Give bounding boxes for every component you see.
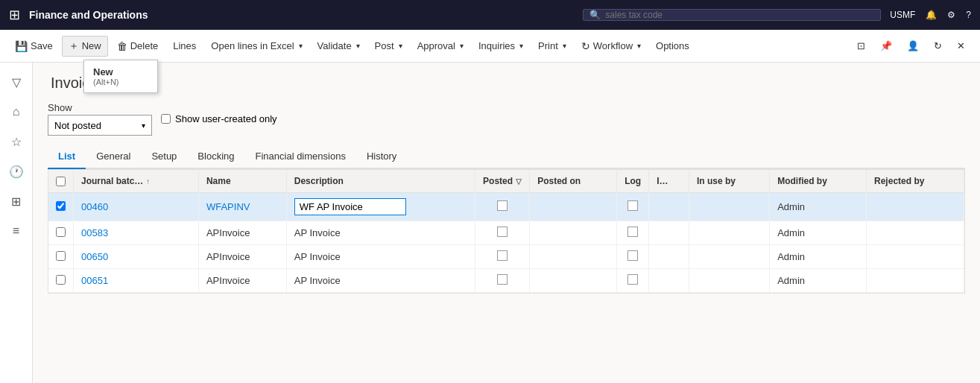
row3-i xyxy=(649,245,689,269)
tab-financial-dimensions[interactable]: Financial dimensions xyxy=(245,145,356,169)
sidebar-home-icon[interactable]: ⌂ xyxy=(3,98,30,125)
row2-posted-on xyxy=(530,221,617,245)
row2-i xyxy=(649,221,689,245)
select-all-checkbox[interactable] xyxy=(56,177,66,186)
show-user-created-checkbox[interactable] xyxy=(161,114,171,124)
approval-button[interactable]: Approval xyxy=(411,37,470,54)
row4-checkbox[interactable] xyxy=(56,275,66,285)
tab-general[interactable]: General xyxy=(86,145,141,169)
row4-name: APInvoice xyxy=(198,269,286,293)
row3-journal-batch[interactable]: 00650 xyxy=(74,245,199,269)
show-select-chevron: ▾ xyxy=(142,121,145,130)
row1-posted-checkbox[interactable] xyxy=(497,200,508,211)
post-button[interactable]: Post xyxy=(369,37,408,54)
tooltip-shortcut: (Alt+N) xyxy=(93,77,148,86)
row3-posted xyxy=(475,245,530,269)
row1-log-checkbox[interactable] xyxy=(627,200,638,211)
row2-posted-checkbox[interactable] xyxy=(497,227,508,237)
workflow-button[interactable]: ↻ Workflow xyxy=(575,37,647,55)
save-button[interactable]: 💾 Save xyxy=(9,37,59,55)
sort-journal-batch-icon[interactable]: ↑ xyxy=(146,177,150,186)
open-excel-button[interactable]: Open lines in Excel xyxy=(205,37,308,54)
row3-checkbox[interactable] xyxy=(56,251,66,261)
row2-rejected-by xyxy=(867,221,964,245)
table-row[interactable]: 00651 APInvoice AP Invoice Admin xyxy=(48,269,964,293)
row4-log-checkbox[interactable] xyxy=(627,274,638,285)
lines-button[interactable]: Lines xyxy=(167,37,202,54)
tab-history[interactable]: History xyxy=(356,145,407,169)
settings-icon[interactable]: ⚙ xyxy=(947,10,955,20)
row1-i xyxy=(649,193,689,221)
show-label: Show xyxy=(48,102,152,113)
row4-journal-batch[interactable]: 00651 xyxy=(74,269,199,293)
notifications-icon[interactable]: 🔔 xyxy=(926,10,937,20)
row4-check-cell xyxy=(48,269,74,293)
main-layout: ▽ ⌂ ☆ 🕐 ⊞ ≡ Invoice journal Show Not pos… xyxy=(0,63,980,383)
delete-button[interactable]: 🗑 Delete xyxy=(111,37,165,55)
row4-posted xyxy=(475,269,530,293)
row3-rejected-by xyxy=(867,245,964,269)
validate-button[interactable]: Validate xyxy=(312,37,366,54)
row4-description: AP Invoice xyxy=(286,269,475,293)
row2-log-checkbox[interactable] xyxy=(627,227,638,237)
row1-in-use-by xyxy=(689,193,770,221)
new-tooltip: New (Alt+N) xyxy=(83,60,158,93)
show-user-created-row: Show user-created only xyxy=(161,113,277,124)
top-nav-right: USMF 🔔 ⚙ ? xyxy=(890,10,971,20)
search-input[interactable] xyxy=(605,10,874,20)
row4-rejected-by xyxy=(867,269,964,293)
row1-modified-by: Admin xyxy=(770,193,867,221)
print-button[interactable]: Print xyxy=(532,37,572,54)
table-row[interactable]: 00460 WFAPINV Admin xyxy=(48,193,964,221)
save-icon: 💾 xyxy=(15,40,28,52)
close-button[interactable]: ✕ xyxy=(951,37,971,54)
filter-posted-icon[interactable]: ▽ xyxy=(516,177,522,186)
row1-journal-batch[interactable]: 00460 xyxy=(74,193,199,221)
row2-name: APInvoice xyxy=(198,221,286,245)
col-header-modified-by: Modified by xyxy=(770,170,867,193)
row2-in-use-by xyxy=(689,221,770,245)
table-row[interactable]: 00583 APInvoice AP Invoice Admin xyxy=(48,221,964,245)
left-sidebar: ▽ ⌂ ☆ 🕐 ⊞ ≡ xyxy=(0,63,33,383)
row1-description[interactable] xyxy=(286,193,475,221)
row2-check-cell xyxy=(48,221,74,245)
help-icon[interactable]: ? xyxy=(966,10,971,20)
row1-description-input[interactable] xyxy=(294,198,406,215)
row4-posted-on xyxy=(530,269,617,293)
inquiries-button[interactable]: Inquiries xyxy=(472,37,529,54)
new-button[interactable]: ＋ New xyxy=(62,36,108,57)
refresh-button[interactable]: ↻ xyxy=(928,37,948,54)
search-icon: 🔍 xyxy=(589,10,601,20)
row1-checkbox[interactable] xyxy=(56,201,66,211)
pin-button[interactable]: 📌 xyxy=(874,37,898,54)
tab-blocking[interactable]: Blocking xyxy=(187,145,244,169)
new-icon: ＋ xyxy=(69,39,79,53)
user-count-button[interactable]: 👤 xyxy=(901,37,925,54)
tab-setup[interactable]: Setup xyxy=(141,145,187,169)
row1-check-cell xyxy=(48,193,74,221)
row3-posted-on xyxy=(530,245,617,269)
col-header-description: Description xyxy=(286,170,475,193)
show-select[interactable]: Not posted ▾ xyxy=(48,115,152,136)
page-title: Invoice journal xyxy=(48,75,965,92)
row4-modified-by: Admin xyxy=(770,269,867,293)
row2-journal-batch[interactable]: 00583 xyxy=(74,221,199,245)
row3-posted-checkbox[interactable] xyxy=(497,250,508,261)
row4-posted-checkbox[interactable] xyxy=(497,274,508,285)
sidebar-modules-icon[interactable]: ≡ xyxy=(3,218,30,244)
fullscreen-button[interactable]: ⊡ xyxy=(851,37,871,54)
row2-checkbox[interactable] xyxy=(56,227,66,237)
show-select-value: Not posted xyxy=(54,120,136,131)
sidebar-filter-icon[interactable]: ▽ xyxy=(3,69,30,95)
waffle-icon[interactable]: ⊞ xyxy=(9,7,20,23)
tab-list[interactable]: List xyxy=(48,145,86,169)
row3-log-checkbox[interactable] xyxy=(627,250,638,261)
row4-log xyxy=(617,269,649,293)
top-nav: ⊞ Finance and Operations 🔍 USMF 🔔 ⚙ ? xyxy=(0,0,980,30)
sidebar-favorites-icon[interactable]: ☆ xyxy=(3,128,30,155)
options-button[interactable]: Options xyxy=(650,37,695,54)
table-row[interactable]: 00650 APInvoice AP Invoice Admin xyxy=(48,245,964,269)
sidebar-workspaces-icon[interactable]: ⊞ xyxy=(3,188,30,215)
row2-description: AP Invoice xyxy=(286,221,475,245)
sidebar-recent-icon[interactable]: 🕐 xyxy=(3,158,30,185)
